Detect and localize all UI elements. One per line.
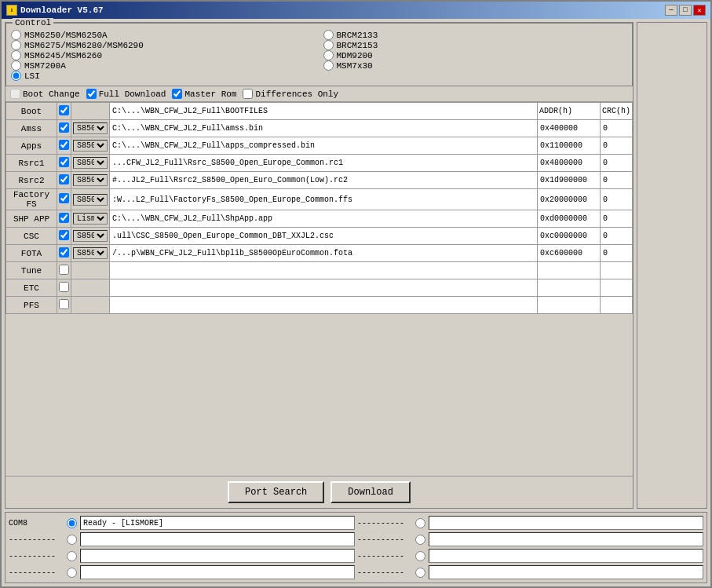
- csc-model-select[interactable]: S8500: [73, 230, 108, 242]
- radio-msm7x30-input[interactable]: [323, 60, 334, 71]
- status-radio-3: [67, 551, 77, 561]
- etc-label: ETC: [6, 279, 57, 297]
- boot-change-checkbox-label[interactable]: Boot Change: [10, 89, 80, 99]
- radio-lsi-input[interactable]: [11, 71, 21, 81]
- tune-crc-input[interactable]: [602, 266, 630, 275]
- etc-model-cell: [71, 279, 110, 297]
- rsrc1-path-input[interactable]: [111, 159, 535, 167]
- pfs-checkbox[interactable]: [59, 299, 69, 309]
- amss-model-select[interactable]: S8500: [73, 122, 108, 134]
- csc-crc-input[interactable]: [602, 232, 630, 240]
- tune-checkbox[interactable]: [59, 265, 69, 275]
- radio-brcm2153-input[interactable]: [323, 40, 334, 50]
- full-download-checkbox-label[interactable]: Full Download: [86, 89, 166, 99]
- minimize-button[interactable]: —: [665, 5, 677, 16]
- apps-addr-input[interactable]: [539, 141, 598, 150]
- amss-crc-input[interactable]: [602, 124, 630, 133]
- fota-crc-input[interactable]: [602, 249, 630, 257]
- factoryfs-crc-input[interactable]: [602, 195, 630, 204]
- factoryfs-model-select[interactable]: S8500: [73, 194, 108, 206]
- download-button[interactable]: Download: [330, 481, 411, 503]
- fota-path-input[interactable]: [111, 249, 535, 257]
- status-radio-input-r3[interactable]: [415, 551, 425, 561]
- amss-addr-input[interactable]: [539, 124, 598, 133]
- apps-path-input[interactable]: [111, 141, 535, 150]
- shpapp-crc-input[interactable]: [602, 214, 630, 223]
- radio-msm6250-input[interactable]: [11, 30, 21, 40]
- boot-change-checkbox[interactable]: [10, 89, 20, 99]
- pfs-addr-input[interactable]: [539, 301, 598, 309]
- radio-msm6275-input[interactable]: [11, 40, 21, 50]
- etc-path-input[interactable]: [111, 283, 535, 292]
- amss-checkbox[interactable]: [59, 122, 69, 133]
- status-dashes-r1: ----------: [357, 519, 412, 528]
- apps-crc-input[interactable]: [602, 141, 630, 150]
- master-rom-checkbox-label[interactable]: Master Rom: [172, 89, 236, 99]
- tune-path-input[interactable]: [111, 266, 535, 275]
- close-button[interactable]: ✕: [693, 5, 706, 16]
- status-radio-input-1[interactable]: [67, 518, 77, 528]
- shpapp-checkbox[interactable]: [59, 213, 69, 223]
- rsrc2-checkbox[interactable]: [59, 174, 69, 184]
- rsrc1-crc-input[interactable]: [602, 159, 630, 167]
- rsrc2-crc-cell: [600, 172, 632, 189]
- rsrc1-path-cell: [110, 155, 538, 172]
- rsrc2-model-select[interactable]: S8500: [73, 174, 108, 186]
- amss-model-cell: S8500: [71, 120, 110, 137]
- apps-model-select[interactable]: S8500: [73, 140, 108, 152]
- factoryfs-checkbox[interactable]: [59, 193, 69, 203]
- fota-model-cell: S8500: [71, 245, 110, 262]
- rsrc2-path-input[interactable]: [111, 176, 535, 184]
- status-radio-input-r4[interactable]: [415, 568, 425, 578]
- shpapp-path-input[interactable]: [111, 214, 535, 223]
- full-download-checkbox[interactable]: [86, 89, 97, 99]
- master-rom-checkbox[interactable]: [172, 89, 182, 99]
- boot-path-input[interactable]: [111, 107, 535, 115]
- radio-msm6245-input[interactable]: [11, 50, 21, 60]
- factoryfs-path-input[interactable]: [111, 195, 535, 204]
- csc-path-input[interactable]: [111, 232, 535, 240]
- amss-path-input[interactable]: [111, 124, 535, 133]
- status-radio-input-r2[interactable]: [415, 535, 425, 545]
- fota-checkbox[interactable]: [59, 247, 69, 257]
- toolbar: Boot Change Full Download Master Rom Dif…: [5, 86, 633, 102]
- maximize-button[interactable]: □: [679, 5, 692, 16]
- status-radio-input-4[interactable]: [67, 568, 77, 578]
- table-row: CSC S8500: [6, 228, 633, 245]
- radio-mdm9200-input[interactable]: [323, 50, 334, 60]
- rsrc1-checkbox[interactable]: [59, 157, 69, 167]
- radio-brcm2133-input[interactable]: [323, 30, 334, 40]
- rsrc2-addr-input[interactable]: [539, 176, 598, 184]
- status-radio-input-3[interactable]: [67, 551, 77, 561]
- status-radio-input-2[interactable]: [67, 535, 77, 545]
- etc-checkbox[interactable]: [59, 282, 69, 292]
- rsrc1-model-select[interactable]: S8500: [73, 157, 108, 169]
- fota-model-select[interactable]: S8500: [73, 247, 108, 259]
- apps-check-cell: [57, 137, 71, 155]
- status-row-4: ----------: [9, 565, 355, 579]
- radio-msm7200-input[interactable]: [11, 60, 21, 71]
- shpapp-model-select[interactable]: Lismo: [73, 213, 108, 225]
- apps-checkbox[interactable]: [59, 140, 69, 150]
- fota-addr-input[interactable]: [539, 249, 598, 257]
- tune-addr-input[interactable]: [539, 266, 598, 275]
- factoryfs-addr-input[interactable]: [539, 195, 598, 204]
- csc-checkbox[interactable]: [59, 230, 69, 240]
- port-search-button[interactable]: Port Search: [228, 481, 324, 503]
- csc-addr-input[interactable]: [539, 232, 598, 240]
- csc-addr-cell: [537, 228, 600, 245]
- status-radio-input-r1[interactable]: [415, 518, 425, 528]
- differences-only-checkbox[interactable]: [243, 89, 253, 99]
- rsrc2-crc-input[interactable]: [602, 176, 630, 184]
- boot-checkbox[interactable]: [59, 105, 69, 115]
- etc-addr-input[interactable]: [539, 283, 598, 292]
- factoryfs-addr-cell: [537, 189, 600, 210]
- etc-crc-input[interactable]: [602, 283, 630, 292]
- pfs-path-input[interactable]: [111, 301, 535, 309]
- shpapp-addr-input[interactable]: [539, 214, 598, 223]
- rsrc1-addr-input[interactable]: [539, 159, 598, 167]
- status-dashes-2: ----------: [9, 535, 64, 544]
- differences-only-checkbox-label[interactable]: Differences Only: [243, 89, 338, 99]
- pfs-crc-input[interactable]: [602, 301, 630, 309]
- amss-label: Amss: [6, 120, 57, 137]
